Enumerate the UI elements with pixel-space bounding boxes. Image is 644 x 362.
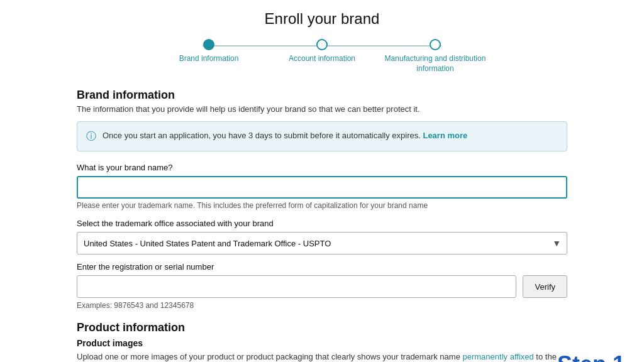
serial-number-input[interactable]: [77, 275, 516, 298]
serial-label: Enter the registration or serial number: [77, 262, 567, 272]
product-images-description: Upload one or more images of your produc…: [77, 351, 567, 362]
product-images-desc-text: Upload one or more images of your produc…: [77, 352, 460, 361]
stepper-dot-3: [430, 39, 441, 50]
stepper-label-1: Brand information: [179, 54, 239, 64]
page-wrapper: Enroll your brand Brand information Acco…: [0, 0, 644, 362]
brand-name-label: What is your brand name?: [77, 163, 567, 172]
serial-examples: Examples: 9876543 and 12345678: [77, 301, 567, 310]
brand-name-field-group: What is your brand name? Please enter yo…: [77, 163, 567, 210]
trademark-field-group: Select the trademark office associated w…: [77, 219, 567, 255]
stepper-label-2: Account information: [289, 54, 355, 64]
trademark-select-wrapper: United States - United States Patent and…: [77, 232, 567, 255]
page-title: Enroll your brand: [13, 10, 631, 28]
learn-more-link[interactable]: Learn more: [423, 131, 467, 140]
permanently-affixed-link[interactable]: permanently affixed: [463, 352, 534, 361]
info-banner-message: Once you start an application, you have …: [103, 131, 421, 140]
trademark-label: Select the trademark office associated w…: [77, 219, 567, 228]
brand-info-section: Brand information The information that y…: [77, 89, 567, 310]
stepper-dot-2: [316, 39, 328, 50]
product-images-title: Product images: [77, 338, 567, 348]
brand-info-title: Brand information: [77, 89, 567, 102]
stepper-step-2: Account information: [265, 39, 379, 64]
step-badge: Step 1: [557, 351, 625, 362]
stepper-step-1: Brand information: [152, 39, 265, 64]
product-info-section: Product information Product images Uploa…: [77, 321, 567, 362]
brand-name-input[interactable]: [77, 176, 567, 199]
serial-field-group: Enter the registration or serial number …: [77, 262, 567, 310]
main-content: Brand information The information that y…: [77, 89, 567, 362]
info-icon: ⓘ: [86, 130, 96, 143]
info-banner: ⓘ Once you start an application, you hav…: [77, 121, 567, 151]
verify-button[interactable]: Verify: [523, 275, 567, 298]
stepper-dot-1: [203, 39, 214, 50]
product-info-title: Product information: [77, 321, 567, 334]
trademark-select[interactable]: United States - United States Patent and…: [77, 232, 567, 255]
verify-row: Verify: [77, 275, 567, 298]
progress-stepper: Brand information Account information Ma…: [13, 39, 631, 74]
brand-info-description: The information that you provide will he…: [77, 104, 567, 114]
stepper-label-3: Manufacturing and distribution informati…: [379, 54, 492, 74]
info-banner-text: Once you start an application, you have …: [103, 129, 467, 142]
stepper-step-3: Manufacturing and distribution informati…: [379, 39, 492, 74]
brand-name-hint: Please enter your trademark name. This i…: [77, 201, 567, 210]
